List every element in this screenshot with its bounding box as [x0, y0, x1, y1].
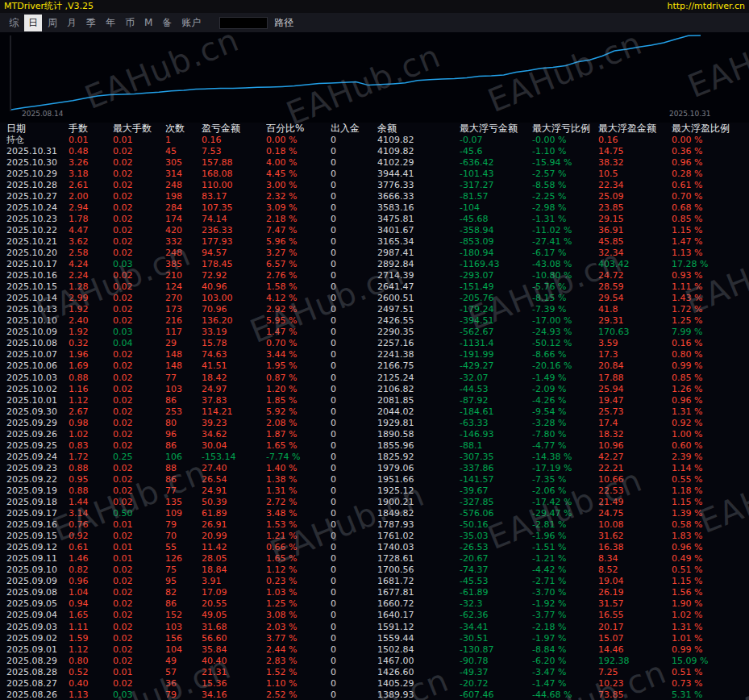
table-cell: -293.07 [460, 270, 532, 281]
table-row[interactable]: 2025.09.120.610.015511.420.66 %01740.03-… [6, 542, 747, 553]
table-cell: 0 [331, 169, 377, 179]
table-cell: 1849.82 [377, 508, 460, 519]
table-row[interactable]: 2025.10.080.320.042915.780.70 %02257.16-… [6, 338, 747, 349]
table-cell: 2025.09.17 [6, 508, 69, 519]
table-row[interactable]: 2025.10.303.260.02305157.884.00 %04102.2… [6, 156, 747, 168]
path-label: 路径 [274, 16, 293, 30]
table-row[interactable]: 2025.10.021.160.0210324.971.20 %02106.82… [6, 383, 747, 394]
table-row[interactable]: 2025.10.231.780.0217474.142.18 %03475.81… [6, 213, 747, 224]
table-cell: 0.16 % [672, 338, 747, 348]
table-row[interactable]: 2025.10.174.240.03385178.456.57 %02892.8… [6, 259, 747, 270]
table-row[interactable]: 2025.09.100.820.027518.841.12 %01700.56-… [6, 565, 747, 576]
table-row[interactable]: 2025.10.131.920.0217370.962.92 %02497.51… [6, 304, 747, 315]
table-row[interactable]: 2025.10.061.690.0214841.511.95 %02166.75… [6, 360, 747, 372]
table-cell: -26.53 [460, 542, 532, 552]
table-row[interactable]: 2025.09.160.760.017926.911.53 %01787.93-… [6, 519, 747, 531]
table-cell: 0.28 % [672, 169, 747, 179]
table-row[interactable]: 2025.09.241.720.25106-153.14-7.74 %01825… [6, 451, 747, 462]
table-cell: -130.87 [460, 644, 532, 655]
table-cell: 1.02 [69, 429, 113, 440]
table-row[interactable]: 2025.08.270.400.023615.361.10 %01405.29-… [6, 677, 747, 689]
table-row[interactable]: 2025.10.293.180.02314168.084.45 %03944.4… [6, 168, 747, 179]
table-cell: 117 [165, 327, 202, 337]
table-cell: 0.02 [113, 191, 165, 202]
menu-tab-summary[interactable]: 综 [5, 15, 23, 31]
equity-chart[interactable]: 2025.08.14 2025.10.31 [0, 32, 749, 123]
menu-tab-week[interactable]: 周 [44, 15, 61, 31]
table-row[interactable]: 2025.09.230.880.028827.401.40 %01979.06-… [6, 462, 747, 473]
table-cell: 0.66 % [266, 542, 331, 552]
table-cell: 3.44 % [266, 349, 331, 360]
table-row[interactable]: 2025.10.011.120.028637.831.85 %02081.85-… [6, 394, 747, 406]
table-row[interactable]: 2025.10.310.480.02457.530.18 %04109.82-4… [6, 145, 747, 156]
table-row[interactable]: 2025.10.162.240.0221072.922.76 %02714.39… [6, 270, 747, 281]
table-row[interactable]: 2025.10.071.960.0214874.633.44 %02241.38… [6, 349, 747, 360]
table-row[interactable]: 2025.10.091.920.0311733.191.47 %02290.35… [6, 327, 747, 338]
table-row[interactable]: 2025.10.202.580.0224894.573.27 %02987.41… [6, 247, 747, 258]
table-cell: 1.72 % [672, 304, 747, 315]
menu-tab-currency[interactable]: 币 [121, 15, 139, 31]
menu-tab-day[interactable]: 日 [24, 15, 42, 31]
table-cell: 2025.09.16 [6, 519, 69, 530]
table-cell: 0.02 [113, 440, 165, 451]
table-cell: 2892.84 [377, 259, 460, 269]
menu-tab-quarter[interactable]: 季 [82, 15, 100, 31]
table-row[interactable]: 2025.09.190.880.027724.911.31 %01925.12-… [6, 485, 747, 496]
menu-tab-year[interactable]: 年 [102, 15, 119, 31]
table-row[interactable]: 2025.09.041.650.0215249.053.08 %01640.17… [6, 610, 747, 621]
table-cell: 33.19 [202, 327, 266, 337]
table-row[interactable]: 2025.09.220.950.028626.541.38 %01951.66-… [6, 473, 747, 485]
menu-tab-m[interactable]: M [140, 15, 156, 30]
table-cell: 0.96 [69, 576, 113, 586]
site-url-link[interactable]: http://mtdriver.cn [667, 0, 745, 13]
menu-tab-backup[interactable]: 备 [158, 15, 176, 31]
table-row[interactable]: 持仓0.010.0110.160.00 %04109.82-0.07-0.00 … [6, 134, 747, 145]
table-cell: 14.75 [598, 146, 672, 156]
table-row[interactable]: 2025.09.250.830.028630.041.65 %01855.96-… [6, 440, 747, 451]
table-row[interactable]: 2025.10.151.280.0212440.961.58 %02641.47… [6, 281, 747, 293]
table-row[interactable]: 2025.10.142.990.02270103.004.12 %02600.5… [6, 293, 747, 304]
table-row[interactable]: 2025.09.081.040.028217.091.03 %01677.81-… [6, 587, 747, 598]
table-cell: 2.08 % [266, 418, 331, 428]
table-row[interactable]: 2025.09.111.460.0112628.051.65 %01728.61… [6, 553, 747, 565]
table-row[interactable]: 2025.09.090.960.02953.910.23 %01681.72-4… [6, 576, 747, 587]
table-cell: 1.16 [69, 384, 113, 394]
table-row[interactable]: 2025.10.272.000.0219883.172.32 %03666.33… [6, 190, 747, 202]
table-cell: 49 [165, 656, 202, 666]
table-cell: 2025.09.11 [6, 553, 69, 564]
table-row[interactable]: 2025.09.031.110.0210331.682.03 %01591.12… [6, 621, 747, 632]
table-cell: 2025.10.16 [6, 270, 69, 281]
table-row[interactable]: 2025.10.224.470.02420236.337.47 %03401.6… [6, 224, 747, 235]
table-row[interactable]: 2025.09.150.920.027020.991.21 %01761.02-… [6, 531, 747, 542]
table-row[interactable]: 2025.09.261.020.029634.621.87 %01890.58-… [6, 428, 747, 440]
table-row[interactable]: 2025.08.280.520.015721.311.52 %01426.60-… [6, 666, 747, 677]
table-cell: 0.85 % [672, 373, 747, 383]
table-cell: -45.6 [460, 146, 532, 156]
menu-tab-month[interactable]: 月 [63, 15, 81, 31]
table-row[interactable]: 2025.10.102.400.02216136.205.95 %02426.5… [6, 315, 747, 327]
table-row[interactable]: 2025.09.302.670.02253114.215.92 %02044.0… [6, 406, 747, 417]
table-cell: 50.39 [202, 497, 266, 507]
table-row[interactable]: 2025.08.290.800.024940.402.83 %01467.00-… [6, 655, 747, 666]
table-row[interactable]: 2025.08.261.130.037934.162.52 %01389.93-… [6, 689, 747, 700]
table-row[interactable]: 2025.10.213.620.02332177.935.96 %03165.3… [6, 235, 747, 247]
table-row[interactable]: 2025.10.282.610.02248110.003.00 %03776.3… [6, 179, 747, 190]
table-row[interactable]: 2025.09.173.140.5010961.893.48 %01849.82… [6, 508, 747, 519]
table-row[interactable]: 2025.09.290.980.028039.232.08 %01929.81-… [6, 417, 747, 428]
menu-tab-account[interactable]: 账户 [177, 15, 205, 31]
table-cell: 2025.09.23 [6, 463, 69, 473]
table-cell: 0.02 [113, 157, 165, 168]
table-cell: 0.01 [69, 135, 113, 145]
table-row[interactable]: 2025.09.021.590.0215656.603.77 %01559.44… [6, 632, 747, 644]
table-row[interactable]: 2025.09.181.440.0213550.392.72 %01900.21… [6, 497, 747, 508]
table-cell: 42.27 [598, 452, 672, 462]
path-input[interactable] [219, 17, 268, 29]
table-row[interactable]: 2025.09.011.120.0210435.842.44 %01502.84… [6, 644, 747, 655]
table-row[interactable]: 2025.10.030.880.027718.420.87 %02125.24-… [6, 372, 747, 383]
table-cell: -146.93 [460, 429, 532, 440]
table-cell: 148 [165, 349, 202, 360]
table-row[interactable]: 2025.09.050.940.028620.551.25 %01660.72-… [6, 598, 747, 610]
table-cell: 2641.47 [377, 281, 460, 292]
table-cell: 0.96 % [672, 157, 747, 168]
table-row[interactable]: 2025.10.242.940.02284107.353.09 %03583.1… [6, 202, 747, 213]
